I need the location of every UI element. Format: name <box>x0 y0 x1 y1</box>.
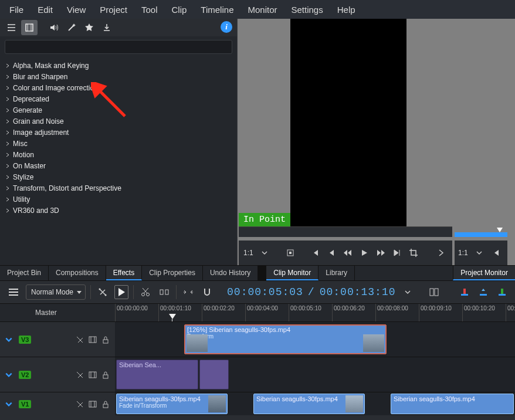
track-body-v1[interactable]: Siberian seagulls-30fps.mp4 Fade in/Tran… <box>115 392 515 415</box>
tool-compositing-icon[interactable] <box>96 285 110 299</box>
effects-category[interactable]: VR360 and 3D <box>1 205 236 216</box>
chevron-right-icon <box>5 130 11 135</box>
lock-icon[interactable] <box>101 335 110 344</box>
mixer-icon[interactable] <box>427 285 441 299</box>
marker-red-icon[interactable] <box>458 285 472 299</box>
effects-menu-icon[interactable] <box>4 20 20 35</box>
lock-icon[interactable] <box>101 399 110 409</box>
star-icon[interactable] <box>81 20 97 35</box>
crop-icon[interactable] <box>407 246 420 259</box>
film-icon[interactable] <box>88 399 97 409</box>
forward-icon[interactable] <box>374 246 387 259</box>
film-icon[interactable] <box>88 335 97 344</box>
fx-icon[interactable] <box>75 370 84 380</box>
menu-file[interactable]: File <box>4 2 29 17</box>
track-header-v2[interactable]: V2 <box>0 357 115 392</box>
skip-start-icon[interactable] <box>309 246 321 259</box>
menu-monitor[interactable]: Monitor <box>242 2 283 17</box>
tab-effects[interactable]: Effects <box>106 266 142 280</box>
fx-icon[interactable] <box>75 335 84 344</box>
wand-icon[interactable] <box>63 20 80 35</box>
menu-clip[interactable]: Clip <box>166 2 193 17</box>
clip-v1-a[interactable]: Siberian seagulls-30fps.mp4 Fade in/Tran… <box>116 394 228 414</box>
sound-icon[interactable] <box>46 20 62 35</box>
effects-category[interactable]: Blur and Sharpen <box>1 71 236 82</box>
clip-v1-c[interactable]: Siberian seagulls-30fps.mp4 <box>391 394 514 414</box>
extract-icon[interactable] <box>157 285 171 299</box>
prev-keyframe-icon[interactable] <box>325 246 338 259</box>
menu-timeline[interactable]: Timeline <box>195 2 239 17</box>
film-icon[interactable] <box>88 370 97 380</box>
menu-tool[interactable]: Tool <box>135 2 164 17</box>
menu-edit[interactable]: Edit <box>32 2 59 17</box>
ruler-tick: 00:00:04:00 <box>245 304 278 321</box>
effects-category[interactable]: Deprecated <box>1 93 236 104</box>
chevron-right-icon <box>5 74 11 79</box>
chevron-down-icon[interactable] <box>258 246 271 259</box>
menu-help[interactable]: Help <box>331 2 361 17</box>
tab-library[interactable]: Library <box>319 266 355 280</box>
chevron-down-icon[interactable] <box>473 246 486 259</box>
snap-icon[interactable] <box>200 285 214 299</box>
menu-settings[interactable]: Settings <box>286 2 329 17</box>
effects-toolbar: i <box>0 19 237 36</box>
effects-category[interactable]: Motion <box>1 149 236 160</box>
skip-end-icon[interactable] <box>391 246 404 259</box>
menu-view[interactable]: View <box>61 2 92 17</box>
track-body-v3[interactable]: [126%] Siberian seagulls-30fps.mp4 Trans… <box>115 322 515 357</box>
tab-compositions[interactable]: Compositions <box>49 266 106 280</box>
film-icon[interactable] <box>21 20 38 35</box>
effects-category[interactable]: Alpha, Mask and Keying <box>1 60 236 71</box>
track-header-v3[interactable]: V3 <box>0 322 115 357</box>
marker-green-icon[interactable] <box>495 285 509 299</box>
effects-search-input[interactable] <box>5 40 232 54</box>
effects-category[interactable]: Image adjustment <box>1 127 236 138</box>
chevron-right-icon <box>5 208 11 213</box>
tab-project-bin[interactable]: Project Bin <box>0 266 49 280</box>
edit-mode-select[interactable]: Normal Mode <box>26 284 86 300</box>
project-monitor-playhead-icon[interactable] <box>497 228 503 232</box>
tab-undo-history[interactable]: Undo History <box>203 266 258 280</box>
track-header-v1[interactable]: V1 <box>0 392 115 415</box>
chevron-down-icon[interactable] <box>5 400 15 408</box>
timeline-ruler[interactable]: 00:00:00:0000:00:01:1000:00:02:2000:00:0… <box>115 304 515 321</box>
effects-category[interactable]: On Master <box>1 160 236 171</box>
tab-clip-monitor[interactable]: Clip Monitor <box>266 266 319 280</box>
download-icon[interactable] <box>99 20 115 35</box>
marker-blue-icon[interactable] <box>476 285 490 299</box>
clip-v2-a[interactable]: Siberian Sea... <box>116 360 198 389</box>
clip-v1-b[interactable]: Siberian seagulls-30fps.mp4 <box>253 394 365 414</box>
menu-project[interactable]: Project <box>94 2 133 17</box>
tab-project-monitor[interactable]: Project Monitor <box>453 266 515 280</box>
in-point-label: In Point <box>239 213 290 226</box>
next-icon[interactable] <box>435 246 448 259</box>
effects-category[interactable]: Generate <box>1 104 236 116</box>
effects-category[interactable]: Color and Image correction <box>1 82 236 93</box>
rewind-icon[interactable] <box>341 246 354 259</box>
timeline-menu-icon[interactable] <box>6 284 21 300</box>
lock-icon[interactable] <box>101 370 110 380</box>
chevron-down-icon[interactable] <box>401 285 415 299</box>
tab-clip-properties[interactable]: Clip Properties <box>142 266 203 280</box>
fit-zoom-icon[interactable] <box>181 285 195 299</box>
clip-v3[interactable]: [126%] Siberian seagulls-30fps.mp4 Trans… <box>184 324 387 354</box>
skip-start-icon[interactable] <box>489 246 502 259</box>
effects-category[interactable]: Grain and Noise <box>1 116 236 127</box>
info-icon[interactable]: i <box>221 21 232 33</box>
chevron-down-icon[interactable] <box>5 371 15 379</box>
cut-icon[interactable] <box>138 285 153 299</box>
timecode-separator: / <box>308 286 315 298</box>
effects-category[interactable]: Stylize <box>1 171 236 182</box>
track-body-v2[interactable]: Siberian Sea... <box>115 357 515 392</box>
monitor-ruler[interactable] <box>239 226 452 237</box>
play-icon[interactable] <box>358 246 371 259</box>
effects-category[interactable]: Misc <box>1 138 236 149</box>
fx-icon[interactable] <box>75 399 84 409</box>
effects-category[interactable]: Utility <box>1 194 236 205</box>
effects-category[interactable]: Transform, Distort and Perspective <box>1 182 236 194</box>
timeline-play-button[interactable] <box>114 285 128 299</box>
zone-in-icon[interactable] <box>284 246 297 259</box>
svg-point-10 <box>105 294 107 296</box>
clip-v2-b[interactable] <box>199 360 229 389</box>
chevron-down-icon[interactable] <box>5 336 15 344</box>
